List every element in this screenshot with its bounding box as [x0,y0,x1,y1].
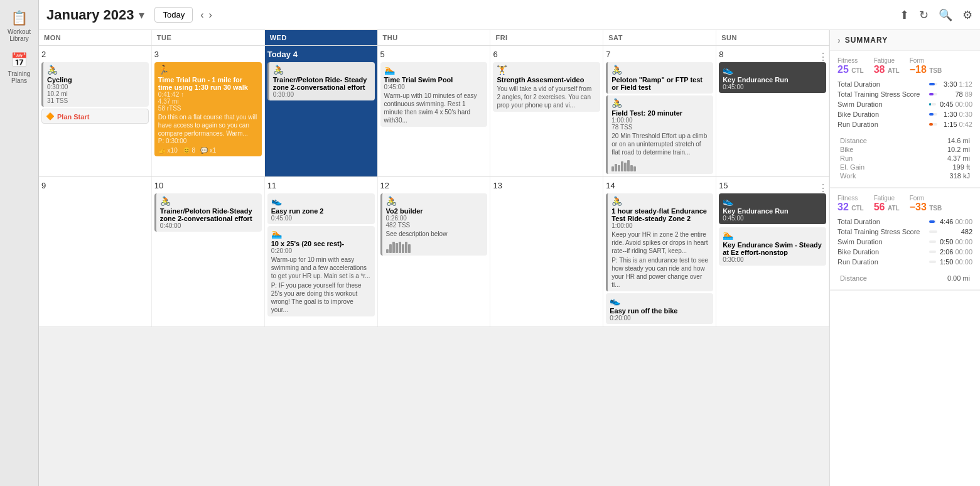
fitness-value-tsb: −18 TSB [910,64,942,75]
workout-endurance-test[interactable]: 🚴 1 hour steady-flat Endurance Test Ride… [606,193,713,291]
summary-chevron-icon[interactable]: › [837,35,841,45]
workout-swim-25s[interactable]: 🏊 10 x 25's (20 sec rest)- 0:20:00 Warm-… [267,226,375,316]
fitness-value-tsb-2: −33 TSB [910,202,942,213]
today-button[interactable]: Today [154,7,193,23]
fitness-value-ctl: 25 CTL [837,64,864,75]
card-title: Easy run off the bike [610,307,709,315]
card-reactions: 👍 x10 😊 8 💬 x1 [158,147,258,154]
bike-stat: Bike Duration 1:30 0:30 [837,111,972,118]
summary-title: SUMMARY [845,36,888,45]
card-meta: 1:00:00 [611,222,709,229]
day-header-tue: TUE [152,30,265,45]
swim-icon: 🏊 [723,230,733,240]
stat-value: 0:45 00:00 [940,100,972,108]
settings-icon[interactable]: ⚙ [962,8,972,22]
stat-bar-purple [929,93,934,95]
header: January 2023 ▾ Today ‹ › ⬆ ↻ 🔍 ⚙ [39,0,980,30]
stat-bar-blue [929,113,934,116]
upload-icon[interactable]: ⬆ [900,8,909,22]
day-number-13: 13 [493,180,600,192]
stat-value: 1:15 0:42 [941,121,972,128]
card-title: Key Endurance Swim - Steady at Ez effort… [723,241,822,256]
card-distance: 4.37 mi [158,98,258,105]
day-header-wed: WED [265,30,378,45]
run-stat-2: Run Duration 1:50 00:00 [837,258,972,266]
stat-value: 4:46 00:00 [940,218,972,225]
search-icon[interactable]: 🔍 [939,8,952,22]
el-gain-label: El. Gain [840,163,864,171]
day-number-10: 10 [154,180,262,192]
workout-easy-run-bike[interactable]: 👟 Easy run off the bike 0:20:00 [606,293,713,324]
mini-chart [611,159,709,171]
distance-value: 10.2 mi [947,146,970,153]
week2-menu-btn[interactable]: ⋮ [818,182,828,194]
stat-bar-teal [929,103,931,105]
summary-panel: › SUMMARY Fitness 25 CTL Fatigue 38 ATL … [829,30,980,486]
fitness-label: Fitness [837,195,864,202]
workout-cycling[interactable]: 🚴 Cycling 0:30:00 10.2 mi 31 TSS [41,62,149,107]
work-label: Work [840,172,856,180]
stat-bar-blue [929,220,935,223]
next-arrow[interactable]: › [206,7,214,23]
workout-plan-start[interactable]: 🔶 Plan Start [41,109,149,124]
bike-icon: 🚴 [160,196,171,206]
sidebar-item-training-plans[interactable]: 📅 Training Plans [0,47,38,89]
workout-key-endurance-run[interactable]: 👟 Key Endurance Run 0:45:00 [719,62,826,93]
week1-menu-btn[interactable]: ⋮ [818,51,828,63]
stat-bar-container [929,251,936,253]
content-area: MON TUE WED THU FRI SAT SUN 2 [39,30,980,486]
stat-bar-orange [929,123,933,126]
fitness-value-ctl-2: 32 CTL [837,202,864,213]
workout-key-endurance-swim[interactable]: 🏊 Key Endurance Swim - Steady at Ez effo… [719,227,826,266]
card-title: Peloton "Ramp" or FTP test or Field test [611,76,709,91]
month-dropdown-icon[interactable]: ▾ [139,8,144,22]
day-number-12: 12 [380,180,488,192]
day-cell-12: 12 🚴 Vo2 builder 0:26:00 482 TSS See des… [378,177,491,327]
card-meta: 0:26:00 [386,215,484,222]
stat-label: Bike Duration [837,111,925,118]
stat-value: 0:50 00:00 [940,238,972,246]
bike-icon: 🚴 [611,98,622,108]
workout-peloton-ride-10[interactable]: 🚴 Trainer/Peloton Ride-Steady zone 2-con… [154,193,262,232]
swim-stat-2: Swim Duration 0:50 00:00 [837,238,972,246]
card-title: 10 x 25's (20 sec rest)- [271,240,371,247]
run-icon: 🏃 [158,65,169,75]
card-title: Easy run zone 2 [271,207,371,215]
day-cell-11: 11 👟 Easy run zone 2 0:45:00 🏊 10 x 25's… [265,177,378,327]
workout-easy-run[interactable]: 👟 Easy run zone 2 0:45:00 [267,193,375,224]
workout-field-test[interactable]: 🚴 Field Test: 20 minuter 1:00:00 78 TSS … [606,95,713,174]
tss-stat-2: Total Training Stress Score 482 [837,228,972,235]
bike-icon: 🚴 [273,65,284,75]
workout-vo2-builder[interactable]: 🚴 Vo2 builder 0:26:00 482 TSS See descri… [380,193,488,256]
strength-icon: 🏋 [497,65,507,75]
card-title: Time Trial Swim Pool [384,76,484,84]
fitness-label: Fitness [837,57,864,64]
card-planned: P: 0:30:00 [158,138,258,144]
workout-key-endurance-run-15[interactable]: 👟 Key Endurance Run 0:45:00 [719,193,826,224]
card-desc: Do this on a flat course that you will h… [158,113,258,138]
card-meta: 0:30:00 [273,91,371,98]
day-cell-2: 2 🚴 Cycling 0:30:00 10.2 mi 31 TSS 🔶 Pla… [39,46,152,176]
day-cell-9: 9 [39,177,152,327]
workout-peloton-ramp[interactable]: 🚴 Peloton "Ramp" or FTP test or Field te… [606,62,713,94]
sync-icon[interactable]: ↻ [919,8,929,22]
day-headers: MON TUE WED THU FRI SAT SUN [39,30,829,46]
prev-arrow[interactable]: ‹ [198,7,206,23]
bike-icon: 🚴 [386,196,397,206]
header-title: January 2023 [46,7,134,23]
comment-reaction: 💬 x1 [200,147,216,154]
distance-value: 4.37 mi [947,154,970,162]
sidebar-item-workout-library[interactable]: 📋 Workout Library [0,5,38,47]
workout-strength[interactable]: 🏋 Strength Assesment-video You will take… [493,62,600,112]
card-meta: 0:45:00 [271,215,371,222]
workout-peloton-ride[interactable]: 🚴 Trainer/Peloton Ride- Steady zone 2-co… [267,62,375,100]
card-meta: 0:30:00 [47,84,145,90]
workout-swim-pool[interactable]: 🏊 Time Trial Swim Pool 0:45:00 Warm-up w… [380,62,488,127]
swim-icon: 🏊 [271,229,282,239]
day-number-2: 2 [41,48,149,60]
run-icon: 👟 [723,196,733,206]
stat-bar-container [929,230,937,233]
day-cell-10: 10 🚴 Trainer/Peloton Ride-Steady zone 2-… [152,177,265,327]
workout-time-trial-run[interactable]: 🏃 Time Trial Run - 1 mile for time using… [154,62,262,156]
distance-label: Run [840,154,853,162]
